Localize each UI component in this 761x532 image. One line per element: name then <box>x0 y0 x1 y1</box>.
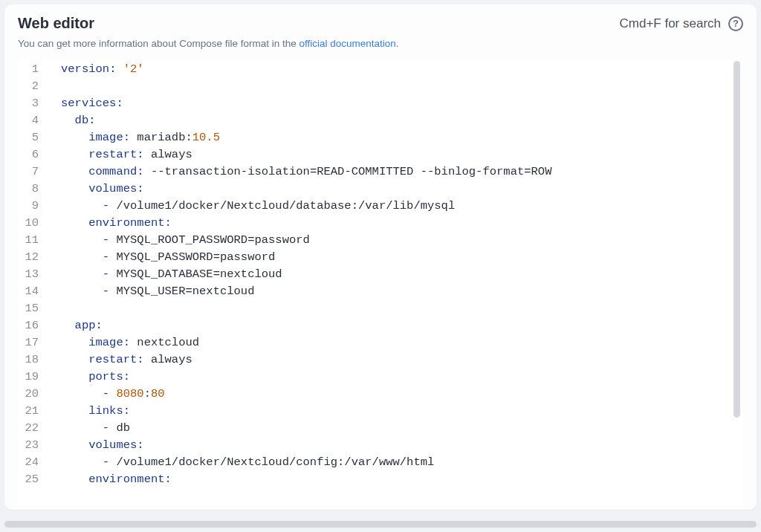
code-line[interactable]: app: <box>61 317 743 334</box>
line-number: 4 <box>24 112 39 129</box>
code-line[interactable]: - /volume1/docker/Nextcloud/database:/va… <box>61 198 743 215</box>
line-number: 9 <box>24 198 39 215</box>
line-number: 14 <box>24 283 39 300</box>
code-line[interactable]: image: nextcloud <box>61 334 743 351</box>
code-line[interactable]: image: mariadb:10.5 <box>61 129 743 146</box>
line-number: 16 <box>24 317 39 334</box>
code-line[interactable]: links: <box>61 403 743 420</box>
help-icon[interactable]: ? <box>728 16 743 31</box>
code-line[interactable]: ports: <box>61 369 743 386</box>
code-line[interactable]: environment: <box>61 471 743 488</box>
search-hint: Cmd+F for search <box>619 16 721 31</box>
line-number: 20 <box>24 386 39 403</box>
code-line[interactable]: - MYSQL_PASSWORD=password <box>61 249 743 266</box>
line-number: 25 <box>24 471 39 488</box>
line-number: 17 <box>24 334 39 351</box>
code-line[interactable]: restart: always <box>61 351 743 369</box>
code-line[interactable]: - /volume1/docker/Nextcloud/config:/var/… <box>61 454 743 471</box>
header-right: Cmd+F for search ? <box>619 16 743 31</box>
subtitle-suffix: . <box>396 38 399 49</box>
code-line[interactable]: restart: always <box>61 146 743 163</box>
line-number: 8 <box>24 181 39 198</box>
subtitle-prefix: You can get more information about Compo… <box>18 38 299 49</box>
line-number: 1 <box>24 61 39 78</box>
docs-link[interactable]: official documentation <box>299 38 395 49</box>
line-number: 15 <box>24 300 39 317</box>
line-number: 11 <box>24 232 39 249</box>
line-number: 19 <box>24 369 39 386</box>
line-number: 13 <box>24 266 39 283</box>
code-line[interactable]: command: --transaction-isolation=READ-CO… <box>61 163 743 181</box>
line-number: 5 <box>24 129 39 146</box>
line-number: 7 <box>24 163 39 181</box>
line-number: 12 <box>24 249 39 266</box>
line-number: 10 <box>24 215 39 232</box>
horizontal-scrollbar[interactable] <box>4 521 757 528</box>
code-content[interactable]: version: '2' services: db: image: mariad… <box>52 61 743 510</box>
code-line[interactable]: - MYSQL_DATABASE=nextcloud <box>61 266 743 283</box>
line-number: 22 <box>24 420 39 437</box>
code-line[interactable]: db: <box>61 112 743 129</box>
code-line[interactable]: - db <box>61 420 743 437</box>
code-line[interactable] <box>61 300 743 317</box>
code-editor[interactable]: 1234567891011121314151617181920212223242… <box>18 59 743 510</box>
editor-wrap: 1234567891011121314151617181920212223242… <box>18 59 743 510</box>
line-number: 23 <box>24 437 39 454</box>
code-line[interactable]: services: <box>61 95 743 112</box>
line-gutter: 1234567891011121314151617181920212223242… <box>18 61 52 510</box>
line-number: 21 <box>24 403 39 420</box>
code-line[interactable]: environment: <box>61 215 743 232</box>
page-title: Web editor <box>18 15 94 32</box>
line-number: 18 <box>24 351 39 369</box>
vertical-scrollbar[interactable] <box>734 61 740 418</box>
subtitle: You can get more information about Compo… <box>18 38 743 49</box>
header: Web editor Cmd+F for search ? <box>18 15 743 32</box>
code-line[interactable] <box>61 78 743 95</box>
code-line[interactable]: volumes: <box>61 181 743 198</box>
line-number: 24 <box>24 454 39 471</box>
editor-card: Web editor Cmd+F for search ? You can ge… <box>4 4 757 510</box>
code-line[interactable]: version: '2' <box>61 61 743 78</box>
code-line[interactable]: - MYSQL_USER=nextcloud <box>61 283 743 300</box>
line-number: 6 <box>24 146 39 163</box>
code-line[interactable]: - 8080:80 <box>61 386 743 403</box>
line-number: 3 <box>24 95 39 112</box>
line-number: 2 <box>24 78 39 95</box>
code-line[interactable]: volumes: <box>61 437 743 454</box>
code-line[interactable]: - MYSQL_ROOT_PASSWORD=password <box>61 232 743 249</box>
